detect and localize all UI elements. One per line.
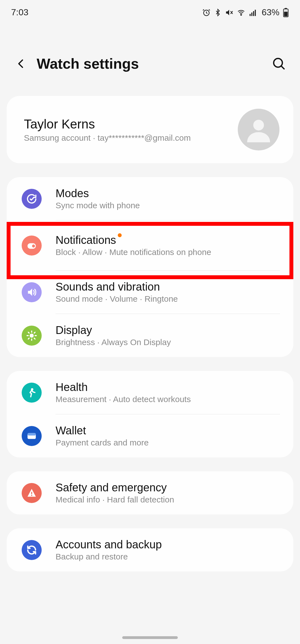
item-title: Modes [56,187,89,200]
mute-icon [225,8,233,17]
svg-rect-25 [28,433,36,435]
notifications-icon [22,236,42,256]
account-name: Taylor Kerns [24,117,238,132]
settings-item-health[interactable]: Health Measurement · Auto detect workout… [7,371,293,414]
title-bar: Watch settings [0,23,300,90]
svg-point-11 [253,120,264,131]
item-title: Accounts and backup [56,538,162,551]
bluetooth-icon [214,8,222,17]
svg-line-21 [28,338,29,339]
svg-line-20 [34,338,35,339]
item-subtitle: Backup and restore [56,552,279,561]
battery-icon [283,8,289,17]
item-subtitle: Sync mode with phone [56,201,279,210]
svg-line-19 [28,332,29,333]
settings-group-2: Health Measurement · Auto detect workout… [7,371,293,457]
item-subtitle: Block · Allow · Mute notifications on ph… [56,247,279,257]
signal-icon [249,8,257,17]
settings-item-modes[interactable]: Modes Sync mode with phone [7,177,293,220]
svg-point-1 [241,14,241,15]
settings-item-accounts[interactable]: Accounts and backup Backup and restore [7,528,293,571]
safety-icon [22,483,42,503]
settings-item-safety[interactable]: Safety and emergency Medical info · Hard… [7,471,293,514]
display-icon [22,326,42,346]
sounds-icon [22,282,42,302]
svg-point-27 [31,495,32,496]
status-time: 7:03 [11,7,28,18]
svg-rect-5 [255,10,256,16]
accounts-icon [22,540,42,560]
settings-group-4: Accounts and backup Backup and restore [7,528,293,571]
status-icons: 63% [202,7,289,18]
avatar[interactable] [238,109,279,150]
notification-badge-dot [118,233,122,237]
item-subtitle: Medical info · Hard fall detection [56,495,279,504]
wifi-icon [237,8,246,17]
svg-rect-4 [253,11,254,16]
status-bar: 7:03 63% [0,0,300,23]
settings-group-3: Safety and emergency Medical info · Hard… [7,471,293,514]
account-subtitle: Samsung account · tay***********@gmail.c… [24,133,238,143]
alarm-icon [202,8,211,17]
svg-line-10 [281,66,284,69]
modes-icon [22,189,42,209]
item-title: Health [56,381,88,393]
item-subtitle: Payment cards and more [56,438,279,447]
search-button[interactable] [269,54,289,74]
svg-rect-7 [285,8,287,9]
settings-item-sounds[interactable]: Sounds and vibration Sound mode · Volume… [7,271,293,314]
health-icon [22,383,42,403]
settings-group-1: Modes Sync mode with phone Notifications… [7,177,293,357]
svg-rect-8 [284,12,288,16]
svg-point-13 [32,244,35,247]
item-title: Sounds and vibration [56,281,160,293]
item-subtitle: Measurement · Auto detect workouts [56,395,279,404]
page-title: Watch settings [37,55,269,72]
battery-percent: 63% [262,7,279,18]
item-subtitle: Sound mode · Volume · Ringtone [56,294,279,304]
account-card[interactable]: Taylor Kerns Samsung account · tay******… [7,96,293,163]
svg-line-22 [34,332,35,333]
svg-rect-2 [249,14,251,16]
svg-rect-3 [251,13,252,16]
settings-item-wallet[interactable]: Wallet Payment cards and more [7,414,293,457]
wallet-icon [22,426,42,446]
item-title: Wallet [56,424,86,437]
settings-item-notifications[interactable]: Notifications Block · Allow · Mute notif… [7,221,293,270]
item-title: Notifications [56,234,116,246]
item-title: Safety and emergency [56,481,167,494]
item-title: Display [56,324,92,336]
svg-point-14 [30,333,34,338]
home-indicator [122,636,178,639]
settings-item-display[interactable]: Display Brightness · Always On Display [7,314,293,357]
back-button[interactable] [11,54,31,74]
svg-rect-26 [31,492,32,494]
item-subtitle: Brightness · Always On Display [56,338,279,347]
